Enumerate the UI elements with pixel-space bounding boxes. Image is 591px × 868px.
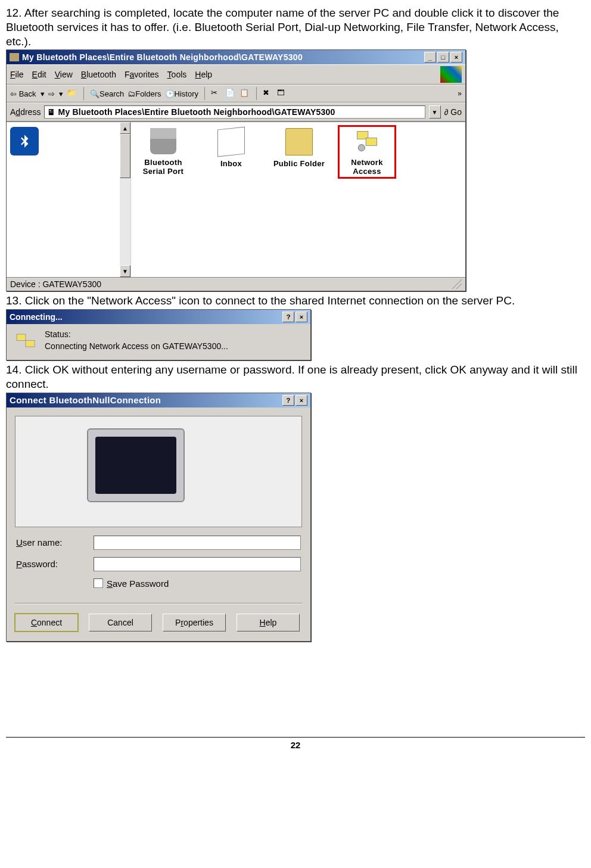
window-title: My Bluetooth Places\Entire Bluetooth Nei… xyxy=(22,52,303,62)
back-button[interactable]: ⇦ Back ▾ xyxy=(10,89,45,98)
cut-icon[interactable]: ✂ xyxy=(211,88,222,99)
menu-help[interactable]: Help xyxy=(195,70,212,79)
content-area: ▲ ▼ Bluetooth Serial Port Inbox Public F… xyxy=(7,122,465,277)
dialog-graphic xyxy=(15,416,302,527)
bt-serial-port-item[interactable]: Bluetooth Serial Port xyxy=(137,128,189,176)
search-button[interactable]: 🔍Search xyxy=(90,89,124,98)
address-bar: Address 🖥 My Bluetooth Places\Entire Blu… xyxy=(7,102,465,122)
network-access-label: Network Access xyxy=(341,158,393,176)
help-button[interactable]: Help xyxy=(237,614,300,631)
up-icon[interactable]: 📁 xyxy=(67,88,77,99)
address-dropdown-icon[interactable]: ▼ xyxy=(429,105,441,119)
svg-rect-1 xyxy=(366,138,377,146)
step14-text: 14. Click OK without entering any userna… xyxy=(6,363,585,391)
username-input[interactable] xyxy=(94,536,301,550)
properties-button[interactable]: Properties xyxy=(163,614,226,631)
sidebar: ▲ ▼ xyxy=(7,122,131,277)
network-access-item[interactable]: Network Access xyxy=(341,128,393,176)
serial-port-icon xyxy=(150,128,176,154)
sidebar-scrollbar[interactable]: ▲ ▼ xyxy=(120,122,130,277)
address-value: My Bluetooth Places\Entire Bluetooth Nei… xyxy=(58,107,335,117)
close-button[interactable]: × xyxy=(296,395,307,406)
status-label: Status: xyxy=(45,329,228,341)
menu-view[interactable]: View xyxy=(55,70,73,79)
save-password-checkbox[interactable] xyxy=(94,578,103,588)
windows-logo-icon xyxy=(440,66,462,83)
copy-icon[interactable]: 📄 xyxy=(225,88,236,99)
go-button[interactable]: ∂ Go xyxy=(444,107,462,117)
folder-icon xyxy=(10,53,19,61)
connecting-dialog: Connecting... ? × Status: Connecting Net… xyxy=(6,309,311,360)
network-access-icon xyxy=(354,128,380,154)
connecting-title: Connecting... xyxy=(10,312,63,322)
maximize-button[interactable]: □ xyxy=(437,52,449,63)
address-label: Address xyxy=(10,107,41,117)
save-password-label: Save Password xyxy=(107,578,169,589)
svg-rect-4 xyxy=(26,341,35,347)
menu-favorites[interactable]: Favorites xyxy=(125,70,159,79)
scroll-up-icon[interactable]: ▲ xyxy=(120,122,130,134)
connect-button[interactable]: Connect xyxy=(15,614,78,631)
forward-button[interactable]: ⇨ ▾ xyxy=(48,89,63,98)
menu-bluetooth[interactable]: Bluetooth xyxy=(81,70,116,79)
history-button[interactable]: 🕑History xyxy=(165,89,198,98)
public-folder-item[interactable]: Public Folder xyxy=(273,128,325,168)
scroll-down-icon[interactable]: ▼ xyxy=(120,265,130,277)
menubar: File Edit View Bluetooth Favorites Tools… xyxy=(7,64,465,85)
bt-places-icon: 🖥 xyxy=(47,107,55,117)
inbox-icon xyxy=(217,127,245,157)
minimize-button[interactable]: _ xyxy=(424,52,436,63)
monitor-icon xyxy=(87,428,185,502)
properties-icon[interactable]: 🗔 xyxy=(277,88,288,99)
cancel-button[interactable]: Cancel xyxy=(89,614,152,631)
menu-tools[interactable]: Tools xyxy=(167,70,187,79)
svg-rect-3 xyxy=(17,334,26,341)
username-label: User name: xyxy=(16,537,94,547)
svg-point-2 xyxy=(358,145,365,151)
public-folder-label: Public Folder xyxy=(273,159,325,168)
overflow-chevron-icon[interactable]: » xyxy=(458,89,462,98)
menu-file[interactable]: File xyxy=(10,70,24,79)
inbox-item[interactable]: Inbox xyxy=(205,128,257,168)
connect-dialog: Connect BluetoothNullConnection ? × User… xyxy=(6,393,311,642)
status-text: Connecting Network Access on GATEWAY5300… xyxy=(45,341,228,353)
resize-grip-icon[interactable] xyxy=(452,279,462,289)
status-text: Device : GATEWAY5300 xyxy=(10,279,101,289)
titlebar[interactable]: My Bluetooth Places\Entire Bluetooth Nei… xyxy=(7,50,465,64)
password-label: Password: xyxy=(16,559,94,569)
network-access-icon xyxy=(14,332,38,354)
connect-title: Connect BluetoothNullConnection xyxy=(10,395,161,405)
serial-port-label: Bluetooth Serial Port xyxy=(137,158,189,176)
bluetooth-icon xyxy=(10,127,39,155)
step13-text: 13. Click on the "Network Access" icon t… xyxy=(6,294,585,308)
statusbar: Device : GATEWAY5300 xyxy=(7,277,465,291)
help-button[interactable]: ? xyxy=(282,312,294,322)
inbox-label: Inbox xyxy=(205,159,257,168)
folders-button[interactable]: 🗂Folders xyxy=(127,89,161,98)
close-button[interactable]: × xyxy=(296,312,307,322)
explorer-window: My Bluetooth Places\Entire Bluetooth Nei… xyxy=(6,49,466,291)
page-number: 22 xyxy=(6,737,585,750)
password-input[interactable] xyxy=(94,557,301,571)
close-button[interactable]: × xyxy=(450,52,462,63)
titlebar[interactable]: Connecting... ? × xyxy=(7,310,310,324)
menu-edit[interactable]: Edit xyxy=(32,70,46,79)
step12-text: 12. After searching is completed, locate… xyxy=(6,6,585,48)
help-button[interactable]: ? xyxy=(282,395,294,406)
folder-icon xyxy=(285,128,313,155)
delete-icon[interactable]: ✖ xyxy=(263,88,273,99)
toolbar: ⇦ Back ▾ ⇨ ▾ 📁 🔍Search 🗂Folders 🕑History… xyxy=(7,85,465,102)
paste-icon[interactable]: 📋 xyxy=(239,88,250,99)
titlebar[interactable]: Connect BluetoothNullConnection ? × xyxy=(7,393,310,407)
icon-area[interactable]: Bluetooth Serial Port Inbox Public Folde… xyxy=(131,122,465,277)
address-field[interactable]: 🖥 My Bluetooth Places\Entire Bluetooth N… xyxy=(44,105,425,119)
scroll-thumb[interactable] xyxy=(120,134,130,178)
